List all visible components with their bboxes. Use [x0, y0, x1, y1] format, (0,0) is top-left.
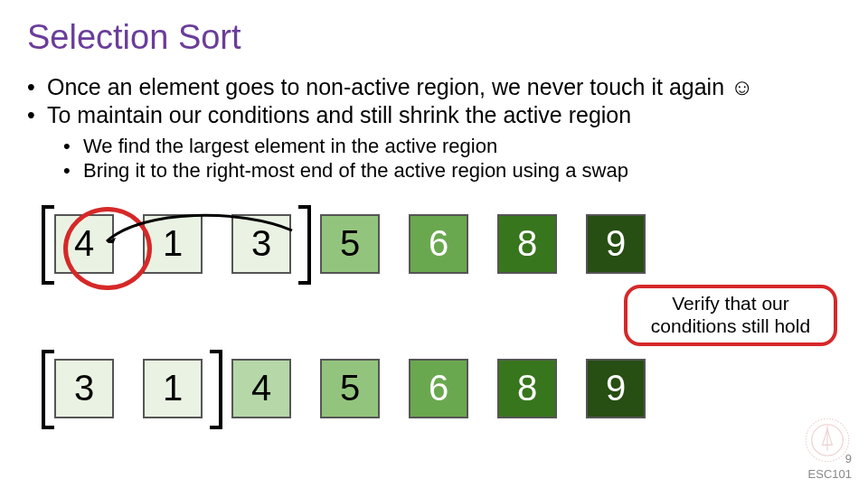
bullet-text: Once an element goes to non-active regio…	[47, 73, 754, 101]
sub-bullet-list: • We find the largest element in the act…	[63, 134, 841, 183]
array-cell: 5	[320, 359, 380, 418]
array-row-before: 4 1 3 5 6 8 9	[54, 214, 646, 274]
bullet-item: • To maintain our conditions and still s…	[27, 101, 841, 129]
bullet-dot-icon: •	[27, 73, 40, 101]
array-cell: 5	[320, 214, 380, 274]
swap-arrow-icon	[89, 203, 297, 243]
bullet-text: To maintain our conditions and still shr…	[47, 101, 631, 129]
bullet-dot-icon: •	[63, 158, 76, 183]
slide-title: Selection Sort	[27, 18, 841, 57]
course-code: ESC101	[808, 467, 852, 481]
slide: Selection Sort • Once an element goes to…	[0, 0, 868, 488]
page-number: 9	[808, 452, 852, 465]
bullet-dot-icon: •	[27, 101, 40, 129]
callout-text: Verify that our conditions still hold	[635, 293, 826, 336]
array-cell: 8	[497, 214, 557, 274]
sub-bullet-item: • Bring it to the right-most end of the …	[63, 158, 841, 183]
sub-bullet-text: We find the largest element in the activ…	[83, 134, 497, 159]
array-cell: 1	[143, 359, 203, 418]
array-cell: 9	[586, 359, 646, 418]
bullet-dot-icon: •	[63, 134, 76, 159]
array-cell: 6	[409, 359, 468, 418]
array-cell: 3	[54, 359, 114, 418]
callout-box: Verify that our conditions still hold	[624, 285, 837, 346]
sub-bullet-text: Bring it to the right-most end of the ac…	[83, 158, 628, 183]
array-cell: 9	[586, 214, 646, 274]
slide-footer: 9 ESC101	[808, 452, 852, 481]
array-cell: 6	[409, 214, 468, 274]
array-diagram-area: 4 1 3 5 6 8 9 Verify that our conditions…	[27, 200, 841, 471]
array-row-after: 3 1 4 5 6 8 9	[54, 359, 646, 418]
bullet-list: • Once an element goes to non-active reg…	[27, 73, 841, 130]
array-cell: 8	[497, 359, 557, 418]
array-cell: 4	[231, 359, 291, 418]
bullet-item: • Once an element goes to non-active reg…	[27, 73, 841, 101]
sub-bullet-item: • We find the largest element in the act…	[63, 134, 841, 159]
